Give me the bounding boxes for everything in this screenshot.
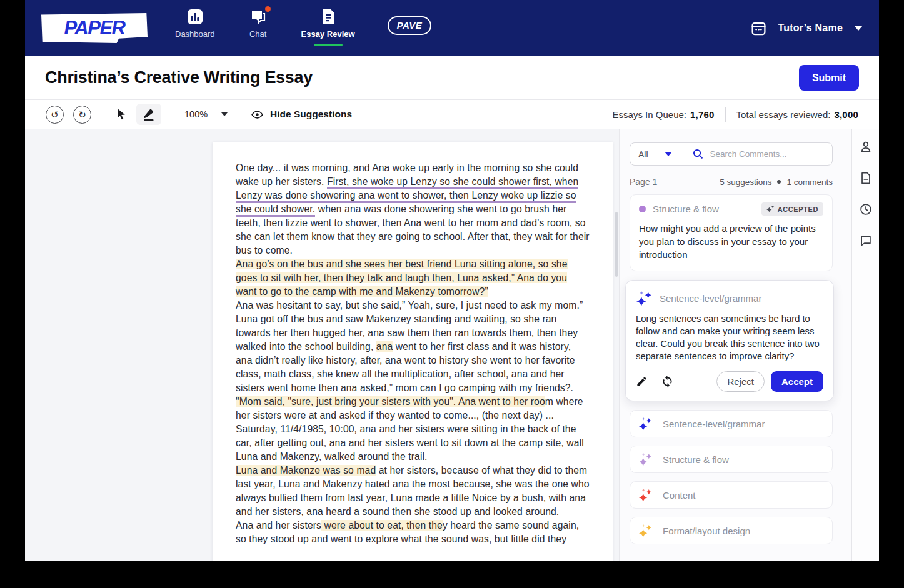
essay-paragraph: Ana was hesitant to say, but she said,” … (236, 299, 590, 395)
card-header: Sentence-level/grammar (636, 290, 823, 307)
profile-icon[interactable] (859, 140, 873, 154)
suggestion-cards: Structure & flow ACCEPTED How might you … (630, 194, 833, 544)
category-label: Sentence-level/grammar (663, 419, 765, 429)
card-actions: Reject Accept (636, 371, 823, 392)
main-content: One day... it was morning, and Ana woke … (25, 129, 879, 561)
category-label: Content (663, 490, 696, 501)
category-label: Structure & flow (653, 204, 719, 214)
zoom-level-value: 100% (184, 109, 208, 119)
essay-paragraph: "Mom said, "sure, just bring your sister… (236, 395, 590, 464)
essay-highlight-segment[interactable]: "Mom said, "sure, just bring your sister… (236, 396, 545, 407)
suggestion-card-collapsed[interactable]: Structure & flow (630, 446, 833, 473)
essay-highlight-segment[interactable]: ana (376, 341, 393, 352)
nav-right-cluster: Tutor’s Name (750, 20, 863, 37)
nav-tab-dashboard[interactable]: Dashboard (175, 9, 215, 47)
edit-suggestion-button[interactable] (636, 376, 648, 387)
hide-suggestions-toggle[interactable]: Hide Suggestions (251, 108, 352, 121)
category-label: Sentence-level/grammar (660, 293, 761, 304)
search-comments-input[interactable]: Search Comments... (683, 148, 832, 160)
essay-paragraph: One day... it was morning, and Ana woke … (236, 161, 590, 257)
essay-highlight-segment[interactable]: Luna and Makenze was so mad (236, 465, 376, 476)
suggestion-card-collapsed[interactable]: Format/layout design (630, 517, 833, 544)
calendar-icon[interactable] (750, 20, 767, 37)
page-meta-row: Page 1 5 suggestions 1 comments (630, 177, 833, 187)
pave-badge[interactable]: PAVE (388, 16, 432, 35)
suggestion-card-collapsed[interactable]: Sentence-level/grammar (630, 410, 833, 437)
comments-sidebar: All Search Comments... Page 1 5 suggesti… (619, 129, 851, 561)
category-label: Format/layout design (663, 526, 750, 536)
accepted-badge: ACCEPTED (761, 202, 823, 216)
sparkles-icon (636, 290, 653, 307)
undo-button[interactable]: ↺ (46, 106, 64, 124)
chat-notification-dot (265, 6, 271, 12)
active-tab-underline (314, 44, 343, 46)
decision-buttons: Reject Accept (716, 371, 823, 392)
suggestion-text: Long sentences can sometimes be hard to … (636, 312, 823, 362)
accepted-badge-label: ACCEPTED (778, 206, 818, 213)
essay-highlight-segment[interactable]: Ana go’s on the bus and she sees her bes… (236, 259, 568, 297)
sparkle-icon (766, 205, 775, 213)
queue-value: 1,760 (690, 109, 715, 120)
essay-canvas: One day... it was morning, and Ana woke … (25, 129, 619, 561)
nav-tab-indicator (181, 44, 209, 46)
comments-filter-bar: All Search Comments... (630, 142, 833, 166)
toolbar-divider (103, 106, 103, 123)
redo-button[interactable]: ↻ (73, 106, 91, 124)
editor-toolbar: ↺ ↻ 100% Hide Suggestions Essays In Queu… (25, 100, 879, 129)
nav-tab-label: Essay Review (301, 29, 355, 39)
essay-page: One day... it was morning, and Ana woke … (213, 142, 613, 561)
top-navbar: PAPER Dashboard Chat (25, 0, 879, 56)
hide-suggestions-label: Hide Suggestions (270, 109, 352, 120)
paper-logo[interactable]: PAPER (41, 13, 148, 43)
nav-tabs: Dashboard Chat Essay Review (175, 9, 355, 47)
select-tool-button[interactable] (114, 107, 128, 121)
nav-tab-chat[interactable]: Chat (244, 9, 273, 47)
regenerate-suggestion-button[interactable] (661, 375, 674, 388)
app-window: PAPER Dashboard Chat (25, 0, 879, 561)
right-icon-rail (851, 129, 879, 561)
sparkles-icon (638, 452, 654, 467)
suggestion-card-active[interactable]: Sentence-level/grammar Long sentences ca… (625, 280, 834, 401)
suggestions-count: 5 suggestions (720, 177, 771, 187)
suggestion-card-collapsed[interactable]: Content (630, 481, 833, 509)
essay-paragraph: Ana go’s on the bus and she sees her bes… (236, 257, 590, 299)
sparkles-icon (638, 523, 654, 539)
history-icon[interactable] (859, 202, 873, 216)
zoom-level-dropdown[interactable]: 100% (184, 109, 228, 119)
highlighter-tool-button[interactable] (136, 104, 161, 125)
user-menu-name[interactable]: Tutor’s Name (778, 22, 843, 34)
category-dot-icon (639, 206, 646, 212)
submit-button[interactable]: Submit (799, 65, 859, 91)
queue-label: Essays In Queue: (613, 109, 686, 120)
chat-icon (250, 9, 266, 25)
chevron-down-icon (221, 112, 228, 116)
sync-icon (661, 375, 674, 388)
chevron-down-icon[interactable] (665, 152, 672, 156)
nav-tab-indicator (244, 44, 273, 46)
nav-tab-essay-review[interactable]: Essay Review (301, 9, 355, 47)
comments-count: 1 comments (786, 177, 833, 187)
essay-paragraph: Luna and Makenze was so mad at her siste… (236, 464, 590, 519)
nav-tab-label: Dashboard (175, 29, 215, 39)
filter-dropdown-value[interactable]: All (638, 149, 648, 159)
sparkles-icon (638, 416, 654, 432)
accept-button[interactable]: Accept (771, 371, 823, 392)
essay-paragraph: Ana and her sisters were about to eat, t… (236, 519, 590, 546)
dot-separator (777, 180, 781, 184)
suggestion-text: How might you add a preview of the point… (639, 222, 823, 261)
essay-text: One day... it was morning, and Ana woke … (213, 142, 613, 561)
essay-review-icon (321, 9, 336, 25)
toolbar-divider (239, 106, 239, 123)
document-header: Christina’s Creative Writing Essay Submi… (25, 56, 879, 100)
card-header: Structure & flow ACCEPTED (639, 202, 823, 216)
essay-highlight-segment[interactable]: were about to eat, then the (321, 520, 443, 531)
sparkles-icon (638, 487, 654, 503)
canvas-scrollbar[interactable] (615, 212, 618, 277)
reject-button[interactable]: Reject (716, 371, 765, 392)
suggestion-card-accepted[interactable]: Structure & flow ACCEPTED How might you … (630, 194, 833, 271)
chevron-down-icon[interactable] (854, 26, 863, 31)
comment-icon[interactable] (859, 234, 873, 247)
pencil-icon (636, 376, 648, 387)
document-icon[interactable] (859, 171, 873, 185)
search-icon (692, 148, 704, 160)
